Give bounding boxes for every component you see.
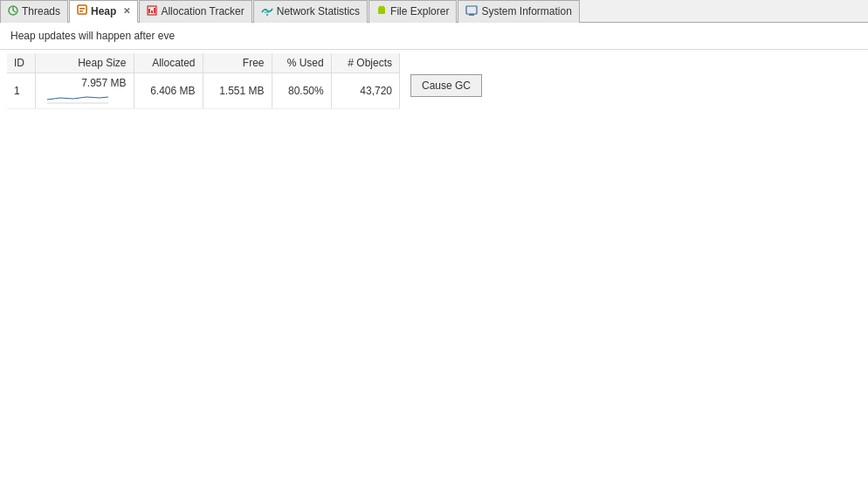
tab-threads-label: Threads xyxy=(22,5,60,17)
tab-threads[interactable]: Threads xyxy=(0,0,68,23)
tab-heap[interactable]: Heap ✕ xyxy=(69,0,138,23)
network-icon xyxy=(261,5,273,18)
notification-bar: Heap updates will happen after eve xyxy=(0,23,868,50)
heap-icon xyxy=(77,4,87,17)
svg-rect-3 xyxy=(78,5,86,14)
cell-heap-size: 7.957 MB xyxy=(36,73,134,109)
svg-point-15 xyxy=(379,5,381,7)
tab-file-explorer-label: File Explorer xyxy=(390,5,449,17)
col-heap-size: Heap Size xyxy=(36,53,134,73)
col-free: Free xyxy=(203,53,272,73)
tab-network-statistics[interactable]: Network Statistics xyxy=(253,0,368,23)
cause-gc-button[interactable]: Cause GC xyxy=(410,74,482,97)
cell-id: 1 xyxy=(7,73,36,109)
tab-heap-close[interactable]: ✕ xyxy=(123,6,130,16)
tab-network-statistics-label: Network Statistics xyxy=(277,5,360,17)
tab-system-information-label: System Information xyxy=(481,5,571,17)
table-wrapper: ID Heap Size Allocated Free % Used # Obj… xyxy=(0,50,868,113)
svg-point-16 xyxy=(382,5,384,7)
tab-system-information[interactable]: System Information xyxy=(458,0,579,23)
tab-bar: Threads Heap ✕ Allocation Tracker xyxy=(0,0,868,23)
col-num-objects: # Objects xyxy=(331,53,399,73)
heap-size-value: 7.957 MB xyxy=(81,77,126,89)
cell-pct-used: 80.50% xyxy=(272,73,331,109)
tab-file-explorer[interactable]: File Explorer xyxy=(369,0,457,23)
table-header-row: ID Heap Size Allocated Free % Used # Obj… xyxy=(7,53,400,73)
col-id: ID xyxy=(7,53,36,73)
tab-heap-label: Heap xyxy=(91,5,116,17)
table-row: 1 7.957 MB 6.406 MB 1.551 MB 80.50% 43,7… xyxy=(7,73,400,109)
svg-rect-17 xyxy=(466,6,477,14)
svg-point-10 xyxy=(266,14,268,16)
threads-icon xyxy=(8,5,18,18)
cell-num-objects: 43,720 xyxy=(331,73,399,109)
svg-rect-4 xyxy=(79,8,85,10)
svg-rect-5 xyxy=(79,10,83,12)
svg-line-2 xyxy=(13,10,16,12)
cell-allocated: 6.406 MB xyxy=(134,73,203,109)
allocation-tracker-icon xyxy=(147,5,157,18)
system-information-icon xyxy=(465,5,478,18)
col-allocated: Allocated xyxy=(134,53,203,73)
file-explorer-icon xyxy=(376,5,387,18)
heap-table: ID Heap Size Allocated Free % Used # Obj… xyxy=(7,53,400,109)
tab-allocation-tracker-label: Allocation Tracker xyxy=(161,5,244,17)
svg-rect-12 xyxy=(378,10,385,14)
notification-text: Heap updates will happen after eve xyxy=(10,30,175,42)
heap-size-sparkline xyxy=(43,91,113,105)
cell-free: 1.551 MB xyxy=(203,73,272,109)
col-pct-used: % Used xyxy=(272,53,331,73)
tab-allocation-tracker[interactable]: Allocation Tracker xyxy=(139,0,251,23)
